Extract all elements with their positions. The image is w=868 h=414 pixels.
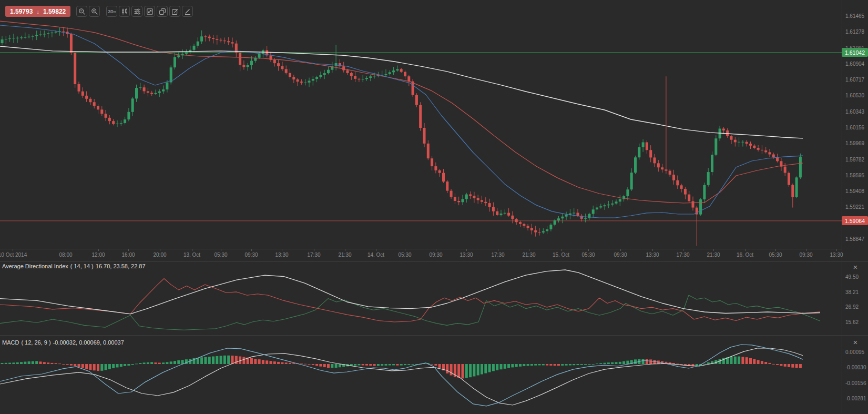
price-tick-label: 1.61278 <box>845 29 864 35</box>
adx-tick-label: 15.62 <box>845 319 859 325</box>
fit-chart-button[interactable] <box>144 6 155 17</box>
time-tick-label: 13. Oct <box>183 252 200 258</box>
price-tick-label: 1.59969 <box>845 140 864 146</box>
time-tick-label: 13:30 <box>459 252 473 258</box>
price-tick-label: 1.59595 <box>845 173 864 178</box>
price-tick-label: 1.60904 <box>845 61 864 67</box>
time-tick-mark <box>498 249 498 251</box>
time-tick-mark <box>13 249 13 251</box>
time-tick-mark <box>345 249 345 251</box>
price-down-arrow-icon: ↓ <box>36 8 39 15</box>
timeframe-button[interactable]: 30m <box>106 6 117 17</box>
adx-tick-label: 49.50 <box>845 274 859 280</box>
adx-close-button[interactable]: × <box>851 263 860 271</box>
time-tick-label: 21:30 <box>707 252 720 258</box>
time-tick-mark <box>588 249 589 251</box>
time-tick-label: 08:00 <box>59 252 72 258</box>
price-tick-label: 1.59408 <box>845 188 864 194</box>
candlestick-chart-icon <box>121 8 128 15</box>
time-tick-mark <box>192 249 192 251</box>
time-tick-label: 09:30 <box>799 252 812 258</box>
time-tick-mark <box>66 249 66 251</box>
time-tick-mark <box>620 249 621 251</box>
time-tick-label: 05:30 <box>769 252 782 258</box>
time-tick-mark <box>561 249 561 251</box>
time-tick-mark <box>251 249 252 251</box>
time-tick-label: 05:30 <box>398 252 411 258</box>
time-tick-mark <box>128 249 129 251</box>
time-tick-mark <box>683 249 683 251</box>
candles-layer <box>1 27 802 246</box>
time-tick-mark <box>405 249 405 251</box>
time-tick-label: 09:30 <box>614 252 627 258</box>
time-tick-label: 09:30 <box>429 252 442 258</box>
adx-values: 16.70, 23.58, 22.87 <box>96 263 146 269</box>
time-tick-mark <box>221 249 221 251</box>
time-tick-mark <box>282 249 282 251</box>
macd-tick-label: -0.00156 <box>845 380 866 386</box>
trading-chart-window: 1.59793 ↓ 1.59822 30m <box>0 0 868 414</box>
time-tick-mark <box>314 249 314 251</box>
price-tick-label: 1.60156 <box>845 125 864 130</box>
time-axis-line <box>0 249 842 249</box>
time-tick-mark <box>775 249 776 251</box>
adx-tick-label: 26.92 <box>845 304 859 310</box>
copy-chart-button[interactable] <box>157 6 168 17</box>
time-tick-label: 21:30 <box>338 252 351 258</box>
macd-header: MACD( 12, 26, 9 )-0.00032, 0.00069, 0.00… <box>2 339 126 346</box>
macd-params: ( 12, 26, 9 ) <box>21 339 50 346</box>
time-tick-label: 10 Oct 2014 <box>0 252 27 258</box>
quote-badge[interactable]: 1.59793 ↓ 1.59822 <box>5 6 70 17</box>
edit-icon <box>171 8 179 15</box>
adx-header: Average Directional Index( 14, 14 )16.70… <box>2 263 148 269</box>
zoom-in-button[interactable] <box>89 6 100 17</box>
time-tick-mark <box>160 249 160 251</box>
time-tick-mark <box>529 249 529 251</box>
time-tick-mark <box>836 249 837 251</box>
time-tick-label: 14. Oct <box>367 252 384 258</box>
time-tick-label: 09:30 <box>244 252 258 258</box>
macd-title: MACD <box>2 339 19 346</box>
adx-params: ( 14, 14 ) <box>70 263 94 269</box>
macd-panel-separator <box>0 335 868 336</box>
toolbar-buttons: 30m <box>76 6 193 17</box>
time-tick-mark <box>98 249 99 251</box>
edit-chart-button[interactable] <box>169 6 180 17</box>
draw-button[interactable] <box>182 6 193 17</box>
time-tick-mark <box>652 249 653 251</box>
time-tick-mark <box>466 249 467 251</box>
red-level-badge[interactable]: 1.59064 <box>842 216 868 225</box>
time-tick-label: 16. Oct <box>737 252 753 258</box>
time-tick-mark <box>745 249 746 251</box>
time-tick-label: 17:30 <box>307 252 320 258</box>
time-tick-label: 05:30 <box>214 252 227 258</box>
adx-indicator-layer <box>0 270 820 330</box>
time-tick-label: 13:30 <box>275 252 288 258</box>
ask-price: 1.59822 <box>43 8 66 15</box>
sliders-icon <box>134 8 141 15</box>
price-tick-label: 1.61465 <box>845 13 864 19</box>
time-tick-label: 15. Oct <box>553 252 569 258</box>
zoom-out-icon <box>78 8 86 15</box>
adx-tick-label: 38.21 <box>845 289 859 295</box>
chart-type-button[interactable] <box>119 6 130 17</box>
time-tick-mark <box>436 249 436 251</box>
chart-canvas[interactable] <box>0 0 868 414</box>
zoom-in-icon <box>91 8 98 15</box>
time-tick-label: 16:00 <box>121 252 135 258</box>
bid-price: 1.59793 <box>10 8 33 15</box>
green-level-badge[interactable]: 1.61042 <box>842 48 868 57</box>
price-axis-line <box>842 0 842 414</box>
copy-icon <box>159 8 166 15</box>
timeframe-label: 30 <box>108 9 113 14</box>
indicators-button[interactable] <box>131 6 142 17</box>
price-tick-label: 1.59782 <box>845 157 864 163</box>
zoom-out-button[interactable] <box>76 6 87 17</box>
macd-tick-label: -0.00281 <box>845 396 866 401</box>
resize-icon <box>146 8 154 15</box>
price-tick-label: 1.60717 <box>845 77 864 83</box>
macd-tick-label: 0.00095 <box>845 349 864 355</box>
macd-close-button[interactable]: × <box>851 338 860 347</box>
timeframe-unit: m <box>113 10 116 13</box>
time-tick-mark <box>376 249 376 251</box>
